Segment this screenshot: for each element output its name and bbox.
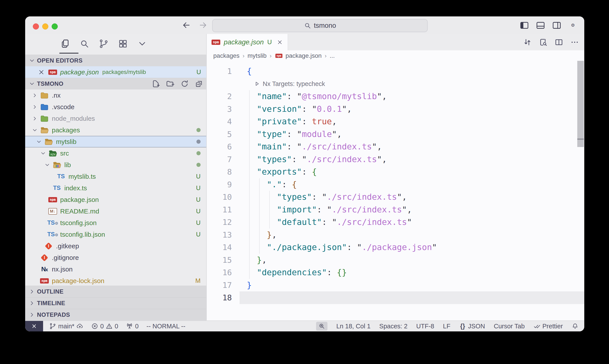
forward-button[interactable] <box>198 20 208 30</box>
status-formatter[interactable]: Prettier <box>533 323 563 330</box>
tree-item-index.ts[interactable]: TSindex.tsU <box>25 182 206 194</box>
close-tab-icon[interactable] <box>277 39 283 46</box>
notepads-section[interactable]: NOTEPADS <box>25 309 206 321</box>
chevron-down-icon <box>44 162 52 168</box>
breadcrumb-item[interactable]: npm package.json <box>274 52 322 59</box>
editor-scrollbar[interactable] <box>577 61 584 147</box>
back-button[interactable] <box>181 20 191 30</box>
status-zoom-indicator[interactable] <box>316 322 327 331</box>
tree-item-.gitkeep[interactable]: .gitkeep <box>25 240 206 252</box>
status-ports[interactable]: 0 <box>126 323 139 330</box>
close-editor-icon[interactable] <box>38 69 45 76</box>
search-view-icon[interactable] <box>79 39 90 49</box>
code-line-6: 6 "main": "./src/index.ts", <box>207 141 584 153</box>
refresh-explorer-icon[interactable] <box>181 80 189 88</box>
outline-section[interactable]: OUTLINE <box>25 286 206 297</box>
explorer-icon[interactable] <box>60 39 70 49</box>
new-folder-icon[interactable] <box>166 80 174 88</box>
tree-item-.gitignore[interactable]: .gitignore <box>25 252 206 263</box>
git-status-badge: U <box>196 68 201 76</box>
status-notifications[interactable] <box>571 323 579 330</box>
more-views-chevron-icon[interactable] <box>137 39 147 49</box>
status-indentation[interactable]: Spaces: 2 <box>379 323 408 330</box>
status-text: UTF-8 <box>416 323 434 330</box>
tree-item-nx.json[interactable]: Nxnx.json <box>25 263 206 275</box>
code-line-12: 12 "default": "./src/index.ts" <box>207 216 584 229</box>
tree-item-node_modules[interactable]: node_modules <box>25 113 206 124</box>
close-window-button[interactable] <box>33 23 39 29</box>
file-tree: .nx.vscodenode_modulespackagesmytslib</>… <box>25 90 206 286</box>
tree-item-tsconfig.lib.json[interactable]: TS⚙tsconfig.lib.jsonU <box>25 229 206 240</box>
extensions-icon[interactable] <box>118 39 128 49</box>
tree-item-tsconfig.json[interactable]: TS⚙tsconfig.jsonU <box>25 217 206 229</box>
code-line-14: 14 "./package.json": "./package.json" <box>207 241 584 254</box>
maximize-window-button[interactable] <box>52 23 58 29</box>
status-git-branch[interactable]: main* <box>49 323 83 330</box>
tree-item-lib[interactable]: lib <box>25 159 206 171</box>
indent-guide <box>259 178 260 254</box>
git-status-badge: U <box>196 173 201 180</box>
remote-indicator[interactable] <box>25 321 43 331</box>
code-editor[interactable]: 1{Nx Targets: typecheck2 "name": "@tsmon… <box>207 61 584 321</box>
status-vim-mode[interactable]: -- NORMAL -- <box>147 323 185 330</box>
tower-icon <box>126 323 133 330</box>
tree-item-package.json[interactable]: npmpackage.jsonU <box>25 194 206 205</box>
status-cursor-tab[interactable]: Cursor Tab <box>494 323 525 330</box>
toggle-primary-sidebar-icon[interactable] <box>519 20 529 30</box>
tree-item-mytslib.ts[interactable]: TSmytslib.tsU <box>25 171 206 182</box>
breadcrumb-item[interactable]: mytslib <box>248 52 267 59</box>
open-preview-icon[interactable] <box>539 38 547 47</box>
tree-item-src[interactable]: </>src <box>25 147 206 159</box>
tree-item-README.md[interactable]: M↓README.mdU <box>25 205 206 217</box>
collapse-folders-icon[interactable] <box>195 80 203 88</box>
breadcrumb-separator: › <box>270 52 272 59</box>
status-problems[interactable]: 00 <box>91 323 118 330</box>
tree-item-label: .gitkeep <box>56 242 79 250</box>
title-bar: tsmono ⚙ <box>25 16 584 34</box>
tree-item-.vscode[interactable]: .vscode <box>25 101 206 113</box>
code-line-1: 1{ <box>207 65 584 78</box>
minimize-window-button[interactable] <box>42 23 48 29</box>
open-changes-icon[interactable] <box>523 38 532 47</box>
tree-item-label: packages <box>52 126 80 134</box>
code-line-11: 11 "import": "./src/index.ts", <box>207 203 584 216</box>
timeline-section[interactable]: TIMELINE <box>25 297 206 309</box>
tab-package-json[interactable]: npm package.json U <box>207 34 288 50</box>
status-text: 0 <box>100 323 104 330</box>
breadcrumb-item[interactable]: ... <box>330 52 335 59</box>
command-center-search[interactable]: tsmono <box>212 19 428 32</box>
codelens-nx-targets[interactable]: Nx Targets: typecheck <box>240 80 325 88</box>
status-eol[interactable]: LF <box>443 323 450 330</box>
status-encoding[interactable]: UTF-8 <box>416 323 434 330</box>
tree-item-.nx[interactable]: .nx <box>25 90 206 101</box>
ts-icon: TS <box>52 184 61 192</box>
settings-gear-icon[interactable]: ⚙ <box>568 20 578 30</box>
toggle-secondary-sidebar-icon[interactable] <box>552 20 561 30</box>
status-language-mode[interactable]: {}JSON <box>459 323 485 330</box>
scrollbar-cursor-marker <box>577 139 584 140</box>
toggle-panel-icon[interactable] <box>536 20 545 30</box>
npm-icon: npm <box>211 39 220 45</box>
split-editor-icon[interactable] <box>555 38 563 47</box>
project-section-header[interactable]: TSMONO <box>25 78 206 90</box>
git-status-badge: U <box>196 184 201 192</box>
tree-item-package-lock.json[interactable]: npmpackage-lock.jsonM <box>25 275 206 286</box>
cloud-up-icon <box>76 323 83 330</box>
chevron-down-icon <box>40 150 48 157</box>
source-control-icon[interactable] <box>99 39 109 49</box>
tree-item-packages[interactable]: packages <box>25 124 206 136</box>
more-actions-icon[interactable] <box>570 38 579 47</box>
status-cursor-position[interactable]: Ln 18, Col 1 <box>336 323 370 330</box>
new-file-icon[interactable] <box>152 80 160 88</box>
tree-item-label: mytslib.ts <box>68 173 96 180</box>
tree-item-mytslib[interactable]: mytslib <box>25 136 206 147</box>
line-number: 11 <box>207 203 240 216</box>
breadcrumb-item[interactable]: packages <box>213 52 240 59</box>
line-number: 3 <box>207 103 240 116</box>
status-text: JSON <box>468 323 485 330</box>
ts-icon: TS <box>57 173 65 181</box>
open-editors-header[interactable]: OPEN EDITORS <box>25 55 206 66</box>
open-editor-item[interactable]: npm package.json packages/mytslib U <box>25 66 206 78</box>
folder-vscode-icon <box>40 103 49 111</box>
search-value: tsmono <box>314 22 336 29</box>
